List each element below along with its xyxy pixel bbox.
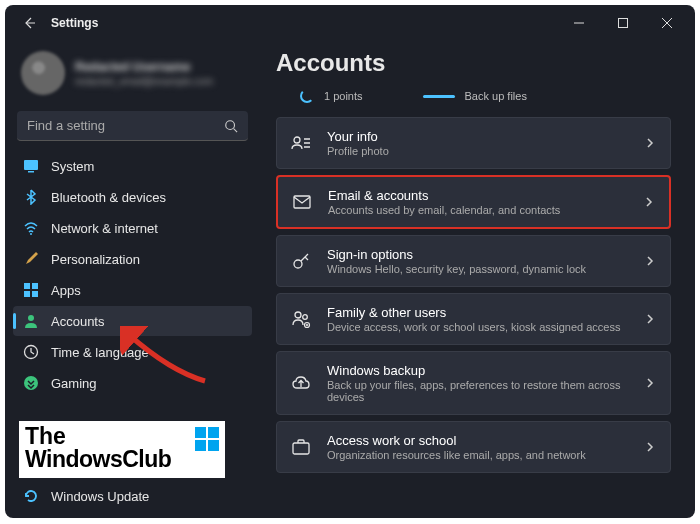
card-work-school[interactable]: Access work or school Organization resou…	[276, 421, 671, 473]
svg-point-14	[294, 260, 302, 268]
sidebar-item-label: System	[51, 159, 94, 174]
stat-label: Back up files	[465, 90, 527, 102]
card-body: Windows backup Back up your files, apps,…	[327, 363, 628, 403]
maximize-button[interactable]	[601, 5, 645, 41]
sidebar-item-label: Personalization	[51, 252, 140, 267]
search-input[interactable]	[27, 118, 224, 133]
close-button[interactable]	[645, 5, 689, 41]
minimize-button[interactable]	[557, 5, 601, 41]
card-body: Access work or school Organization resou…	[327, 433, 628, 461]
watermark-line1: The	[25, 425, 219, 448]
page-title: Accounts	[276, 49, 671, 77]
sidebar-item-apps[interactable]: Apps	[13, 275, 252, 305]
svg-rect-8	[32, 291, 38, 297]
mail-icon	[292, 192, 312, 212]
clock-icon	[23, 344, 39, 360]
sidebar-item-personalization[interactable]: Personalization	[13, 244, 252, 274]
minimize-icon	[574, 18, 584, 28]
svg-point-15	[295, 312, 301, 318]
card-title: Access work or school	[327, 433, 628, 448]
update-icon	[23, 488, 39, 504]
watermark-logo	[195, 427, 219, 451]
sidebar-item-network[interactable]: Network & internet	[13, 213, 252, 243]
user-email: redacted_email@example.com	[75, 76, 213, 87]
chevron-right-icon	[644, 255, 656, 267]
card-family-users[interactable]: Family & other users Device access, work…	[276, 293, 671, 345]
back-button[interactable]	[11, 5, 47, 41]
card-title: Windows backup	[327, 363, 628, 378]
watermark: The WindowsClub	[19, 421, 225, 478]
sidebar-item-bluetooth[interactable]: Bluetooth & devices	[13, 182, 252, 212]
svg-rect-7	[24, 291, 30, 297]
svg-rect-5	[24, 283, 30, 289]
card-windows-backup[interactable]: Windows backup Back up your files, apps,…	[276, 351, 671, 415]
nav-list: System Bluetooth & devices Network & int…	[13, 151, 252, 398]
svg-point-4	[30, 233, 32, 235]
svg-rect-6	[32, 283, 38, 289]
bluetooth-icon	[23, 189, 39, 205]
gaming-icon	[23, 375, 39, 391]
brush-icon	[23, 251, 39, 267]
search-icon	[224, 119, 238, 133]
sidebar-item-time-language[interactable]: Time & language	[13, 337, 252, 367]
search-box[interactable]	[17, 111, 248, 141]
sidebar-item-system[interactable]: System	[13, 151, 252, 181]
chevron-right-icon	[644, 441, 656, 453]
window-controls	[557, 5, 689, 41]
sidebar-item-gaming[interactable]: Gaming	[13, 368, 252, 398]
briefcase-icon	[291, 437, 311, 457]
user-profile[interactable]: Redacted Username redacted_email@example…	[13, 45, 252, 107]
card-sub: Windows Hello, security key, password, d…	[327, 263, 628, 275]
card-email-accounts[interactable]: Email & accounts Accounts used by email,…	[276, 175, 671, 229]
stats-row: 1 points Back up files	[300, 89, 671, 103]
svg-point-1	[226, 120, 235, 129]
stat-backup[interactable]: Back up files	[423, 89, 527, 103]
svg-rect-2	[24, 160, 38, 170]
svg-point-16	[303, 315, 308, 320]
arrow-left-icon	[21, 15, 37, 31]
sidebar-item-accounts[interactable]: Accounts	[13, 306, 252, 336]
apps-icon	[23, 282, 39, 298]
svg-point-9	[28, 315, 34, 321]
maximize-icon	[618, 18, 628, 28]
content: Redacted Username redacted_email@example…	[5, 41, 695, 518]
sidebar-item-label: Accounts	[51, 314, 104, 329]
window-title: Settings	[51, 16, 98, 30]
svg-rect-13	[294, 196, 310, 208]
card-sub: Organization resources like email, apps,…	[327, 449, 628, 461]
card-sub: Profile photo	[327, 145, 628, 157]
nav-list-bottom: Windows Update	[13, 481, 252, 512]
avatar	[21, 51, 65, 95]
card-signin-options[interactable]: Sign-in options Windows Hello, security …	[276, 235, 671, 287]
bar-icon	[423, 95, 455, 98]
card-your-info[interactable]: Your info Profile photo	[276, 117, 671, 169]
family-icon	[291, 309, 311, 329]
svg-rect-18	[293, 443, 309, 454]
card-title: Family & other users	[327, 305, 628, 320]
cloud-icon	[291, 373, 311, 393]
card-body: Your info Profile photo	[327, 129, 628, 157]
titlebar: Settings	[5, 5, 695, 41]
ring-icon	[300, 89, 314, 103]
card-title: Email & accounts	[328, 188, 627, 203]
person-icon	[23, 313, 39, 329]
sidebar-item-label: Bluetooth & devices	[51, 190, 166, 205]
chevron-right-icon	[644, 137, 656, 149]
stat-label: 1 points	[324, 90, 363, 102]
svg-point-12	[294, 137, 300, 143]
chevron-right-icon	[643, 196, 655, 208]
svg-rect-0	[619, 19, 628, 28]
watermark-line2: WindowsClub	[25, 448, 219, 471]
close-icon	[662, 18, 672, 28]
stat-points[interactable]: 1 points	[300, 89, 363, 103]
sidebar-item-label: Gaming	[51, 376, 97, 391]
card-body: Sign-in options Windows Hello, security …	[327, 247, 628, 275]
sidebar-item-label: Windows Update	[51, 489, 149, 504]
system-icon	[23, 158, 39, 174]
your-info-icon	[291, 133, 311, 153]
sidebar-item-label: Apps	[51, 283, 81, 298]
sidebar-item-windows-update[interactable]: Windows Update	[13, 481, 252, 511]
chevron-right-icon	[644, 377, 656, 389]
sidebar-item-label: Time & language	[51, 345, 149, 360]
key-icon	[291, 251, 311, 271]
